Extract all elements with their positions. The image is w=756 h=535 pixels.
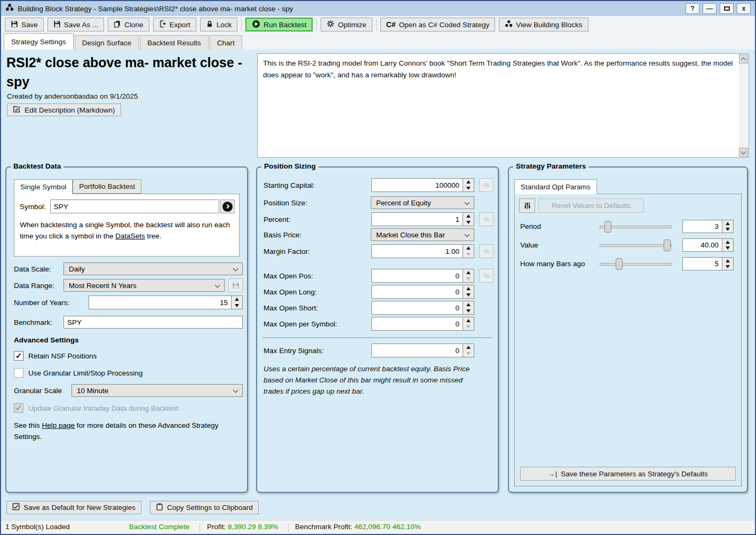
retain-nsf-label: Retain NSF Positions	[28, 352, 97, 360]
help-button[interactable]: ?	[686, 3, 699, 14]
save-data-range-button[interactable]	[228, 278, 243, 292]
section-divider	[262, 337, 492, 338]
retain-nsf-checkbox[interactable]: ✓	[14, 351, 23, 361]
update-granular-checkbox: ✓	[14, 403, 23, 413]
backtest-data-group: Backtest Data Single Symbol Portfolio Ba…	[5, 166, 248, 493]
slider-thumb[interactable]	[604, 221, 611, 233]
profit-status: Profit: 8,390.29 8.39%	[207, 523, 278, 531]
save-defaults-button[interactable]: →| Save these Parameters as Strategy's D…	[520, 467, 736, 481]
symbol-input[interactable]	[50, 199, 219, 213]
status-separator	[288, 523, 289, 532]
number-of-years-input[interactable]	[89, 296, 232, 309]
percent-input[interactable]	[371, 212, 463, 226]
position-sizing-group: Position Sizing Starting Capital: Positi…	[256, 166, 499, 493]
number-of-years-label: Number of Years:	[14, 299, 89, 307]
starting-capital-gear-icon	[479, 178, 494, 192]
max-open-short-input[interactable]	[371, 301, 463, 315]
slider-thumb[interactable]	[616, 258, 623, 270]
percent-spinner[interactable]	[463, 212, 474, 226]
backtest-status: Backtest Complete	[129, 523, 189, 531]
data-range-select[interactable]: Most Recent N Years	[63, 279, 225, 292]
open-csharp-button[interactable]: C# Open as C# Coded Strategy	[380, 18, 496, 31]
tab-single-symbol[interactable]: Single Symbol	[14, 179, 73, 194]
copy-settings-button[interactable]: Copy Settings to Clipboard	[150, 501, 259, 514]
save-as-button[interactable]: Save As ...	[47, 18, 105, 31]
granular-processing-checkbox[interactable]	[14, 368, 23, 378]
max-entry-signals-spinner[interactable]	[463, 344, 474, 357]
clone-button[interactable]: Clone	[108, 18, 149, 31]
max-open-pos-spinner[interactable]	[463, 269, 474, 283]
chevron-down-icon	[233, 266, 238, 272]
minimize-button[interactable]: —	[703, 3, 717, 14]
max-open-short-spinner[interactable]	[463, 301, 474, 315]
param-bars-ago-input[interactable]	[682, 257, 722, 270]
param-period-label: Period	[520, 222, 600, 230]
created-by-text: Created by andersonbasdao on 9/1/2025	[7, 92, 138, 100]
advanced-settings-heading: Advanced Settings	[14, 336, 79, 344]
param-value-input[interactable]	[682, 238, 722, 252]
clipboard-icon	[156, 503, 163, 512]
edit-description-button[interactable]: Edit Description (Markdown)	[7, 103, 121, 116]
tab-portfolio-backtest[interactable]: Portfolio Backtest	[73, 179, 141, 194]
basis-price-select[interactable]: Market Close this Bar	[371, 228, 474, 241]
max-entry-signals-input[interactable]	[371, 344, 463, 357]
main-tab-bar: Strategy Settings Design Surface Backtes…	[1, 33, 755, 50]
symbol-label: Symbol:	[20, 203, 46, 211]
tab-chart[interactable]: Chart	[210, 35, 242, 50]
granular-scale-label: Granular Scale	[14, 387, 71, 395]
max-open-per-symbol-spinner[interactable]	[463, 317, 474, 331]
tab-design-surface[interactable]: Design Surface	[75, 35, 139, 50]
export-button[interactable]: Export	[153, 18, 196, 31]
sliders-tune-icon[interactable]	[519, 198, 535, 213]
tab-standard-opt-params[interactable]: Standard Opt Params	[514, 179, 597, 194]
optimize-button[interactable]: Optimize	[321, 18, 372, 31]
starting-capital-input[interactable]	[371, 178, 463, 192]
description-panel[interactable]: This is the RSI-2 trading model from Lar…	[257, 53, 749, 158]
number-of-years-spinner[interactable]	[232, 296, 243, 309]
percent-gear-icon	[479, 212, 494, 226]
chevron-down-icon	[215, 283, 220, 288]
max-open-long-spinner[interactable]	[463, 285, 474, 299]
help-page-link[interactable]: Help page	[42, 421, 75, 429]
clone-icon	[114, 20, 121, 29]
save-button[interactable]: Save	[5, 18, 44, 31]
starting-capital-label: Starting Capital:	[264, 181, 371, 189]
param-period-input[interactable]	[682, 220, 722, 233]
view-building-blocks-button[interactable]: View Building Blocks	[499, 18, 588, 31]
param-value-slider[interactable]	[600, 239, 672, 252]
save-as-default-button[interactable]: Save as Default for New Strategies	[6, 501, 141, 514]
tab-strategy-settings[interactable]: Strategy Settings	[4, 33, 74, 50]
granular-scale-select[interactable]: 10 Minute	[71, 384, 243, 397]
maximize-button[interactable]	[720, 3, 734, 14]
max-open-per-symbol-input[interactable]	[371, 317, 463, 331]
run-backtest-button[interactable]: Run Backtest	[245, 18, 313, 31]
check-icon: ✓	[15, 352, 22, 360]
param-period-slider[interactable]	[600, 220, 672, 233]
margin-factor-spinner[interactable]	[463, 244, 474, 258]
param-bars-ago-spinner[interactable]	[722, 257, 734, 270]
param-period-spinner[interactable]	[722, 220, 734, 233]
max-open-long-input[interactable]	[371, 285, 463, 299]
description-scrollbar[interactable]	[739, 54, 748, 157]
scroll-down-icon[interactable]	[739, 148, 748, 157]
data-scale-select[interactable]: Daily	[63, 262, 243, 275]
advanced-help-note: See this Help page for more details on t…	[14, 420, 240, 443]
datasets-link[interactable]: DataSets	[115, 232, 145, 240]
tab-backtest-results[interactable]: Backtest Results	[140, 35, 209, 50]
param-value-spinner[interactable]	[722, 238, 734, 252]
starting-capital-spinner[interactable]	[463, 178, 474, 192]
max-open-pos-input[interactable]	[371, 269, 463, 283]
benchmark-profit-status: Benchmark Profit: 462,096.70 462.10%	[295, 523, 421, 531]
lock-button[interactable]: Lock	[200, 18, 238, 31]
param-bars-ago-slider[interactable]	[600, 258, 672, 270]
close-button[interactable]: x	[737, 3, 751, 14]
margin-factor-input[interactable]	[371, 244, 463, 258]
benchmark-input[interactable]	[63, 316, 243, 329]
granular-processing-label: Use Granular Limit/Stop Processing	[28, 369, 143, 377]
arrow-to-bar-icon: →|	[548, 470, 557, 478]
position-size-select[interactable]: Percent of Equity	[371, 196, 474, 209]
slider-thumb[interactable]	[664, 239, 671, 251]
toolbar-separator	[376, 18, 377, 31]
scroll-up-icon[interactable]	[739, 54, 748, 63]
symbol-go-button[interactable]	[220, 199, 235, 213]
